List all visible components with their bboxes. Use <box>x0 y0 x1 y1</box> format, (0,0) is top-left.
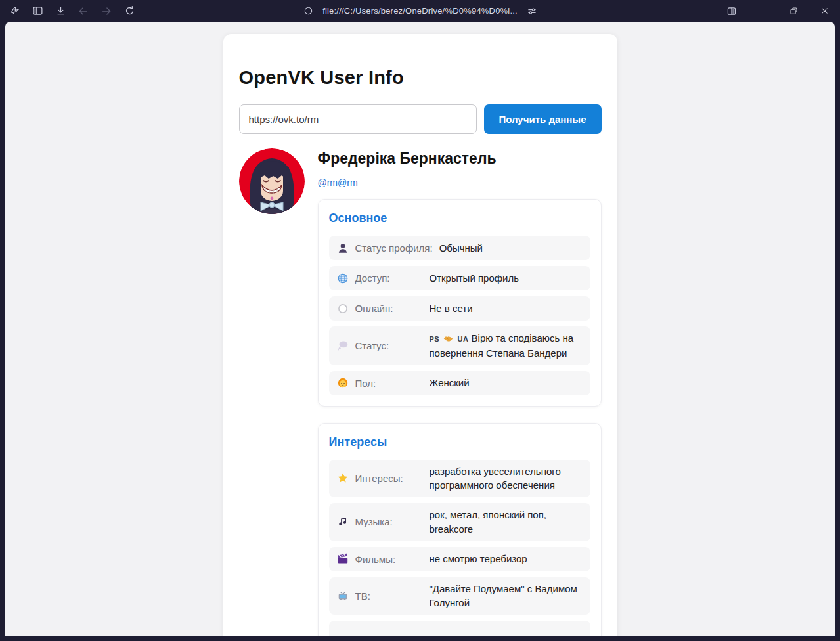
info-row: Пол:Женский <box>329 371 590 395</box>
avatar-image <box>239 148 305 214</box>
info-row-value: Не в сети <box>430 301 473 316</box>
forward-icon[interactable] <box>100 5 113 18</box>
girl-face-icon <box>337 377 349 389</box>
avatar <box>239 148 305 214</box>
info-row-value: рок, метал, японский поп, breakcore <box>430 508 583 537</box>
restore-icon[interactable] <box>787 5 800 18</box>
info-row-label: Интересы: <box>355 473 423 484</box>
thought-balloon-icon <box>337 340 349 351</box>
music-note-icon <box>337 516 349 527</box>
flag-fallback-text: PS <box>430 335 440 343</box>
browser-logo-icon[interactable] <box>8 5 21 18</box>
info-row-partial <box>329 621 590 636</box>
info-row-value: разработка увеселительного программного … <box>430 464 583 493</box>
profile-handle-link[interactable]: @rm@rm <box>318 177 358 188</box>
star-icon <box>337 472 349 484</box>
download-icon[interactable] <box>54 5 67 18</box>
info-row: ТВ:"Давайте Подумаем" с Вадимом Голунгой <box>329 577 590 615</box>
page-title: OpenVK User Info <box>239 67 602 89</box>
info-row-value: "Давайте Подумаем" с Вадимом Голунгой <box>430 582 583 611</box>
info-row: Онлайн:Не в сети <box>329 296 590 320</box>
info-row-label: Пол: <box>355 378 423 389</box>
split-view-icon[interactable] <box>725 5 738 18</box>
profile-url-input[interactable] <box>239 104 477 134</box>
url-text[interactable]: file:///C:/Users/berez/OneDrive/%D0%94%D… <box>322 6 518 16</box>
sections: ОсновноеСтатус профиля:ОбычныйДоступ:Отк… <box>318 199 602 636</box>
fetch-data-button[interactable]: Получить данные <box>484 104 602 134</box>
info-row: Доступ:Открытый профиль <box>329 266 590 290</box>
window-controls <box>725 0 831 22</box>
main-card: OpenVK User Info Получить данные <box>223 34 617 636</box>
query-row: Получить данные <box>239 104 602 134</box>
info-row-label: Статус профиля: <box>355 242 433 254</box>
titlebar: file:///C:/Users/berez/OneDrive/%D0%94%D… <box>0 0 840 22</box>
info-row: Фильмы:не смотрю теребизор <box>329 547 590 571</box>
section-title: Основное <box>329 211 590 225</box>
back-icon[interactable] <box>77 5 90 18</box>
info-row-value: не смотрю теребизор <box>430 552 527 566</box>
titlebar-left-controls <box>8 0 136 22</box>
globe-icon <box>337 273 349 284</box>
tune-icon[interactable] <box>525 5 539 18</box>
offline-circle-icon <box>337 303 349 315</box>
sidebar-toggle-icon[interactable] <box>31 5 44 18</box>
profile-block: Фредеріка Бернкастель @rm@rm ОсновноеСта… <box>239 148 602 636</box>
section-box: ИнтересыИнтересы:разработка увеселительн… <box>318 423 602 636</box>
clapper-icon <box>337 553 349 565</box>
info-row-label: Фильмы: <box>355 554 423 565</box>
person-icon <box>337 242 349 254</box>
info-row: Интересы:разработка увеселительного прог… <box>329 460 590 498</box>
handshake-icon <box>443 332 453 346</box>
profile-details: Фредеріка Бернкастель @rm@rm ОсновноеСта… <box>318 148 602 636</box>
info-row-value: Открытый профиль <box>430 271 519 286</box>
info-row-value: Женский <box>430 376 470 390</box>
info-row-label: Онлайн: <box>355 303 423 314</box>
info-row-label: Статус: <box>355 340 423 351</box>
close-icon[interactable] <box>818 5 831 18</box>
refresh-icon[interactable] <box>123 5 136 18</box>
info-row: Статус профиля:Обычный <box>329 236 590 260</box>
info-row-value: PS UA Вірю та сподіваюсь на повернення С… <box>430 331 583 361</box>
browser-window: file:///C:/Users/berez/OneDrive/%D0%94%D… <box>0 0 840 641</box>
section-title: Интересы <box>329 435 590 449</box>
info-row: Статус:PS UA Вірю та сподіваюсь на повер… <box>329 326 590 365</box>
flag-fallback-text: UA <box>458 335 469 343</box>
info-row-value: Обычный <box>439 241 483 255</box>
section-box: ОсновноеСтатус профиля:ОбычныйДоступ:Отк… <box>318 199 602 407</box>
info-row: Музыка:рок, метал, японский поп, breakco… <box>329 503 590 541</box>
info-row-label: Музыка: <box>355 516 423 527</box>
tv-icon <box>337 590 349 602</box>
profile-name: Фредеріка Бернкастель <box>318 150 602 167</box>
page-viewport: OpenVK User Info Получить данные <box>5 22 835 636</box>
info-row-label: ТВ: <box>355 590 423 602</box>
page-info-icon[interactable] <box>301 5 315 18</box>
minimize-icon[interactable] <box>756 5 769 18</box>
info-row-label: Доступ: <box>355 273 423 284</box>
address-bar[interactable]: file:///C:/Users/berez/OneDrive/%D0%94%D… <box>301 5 539 18</box>
